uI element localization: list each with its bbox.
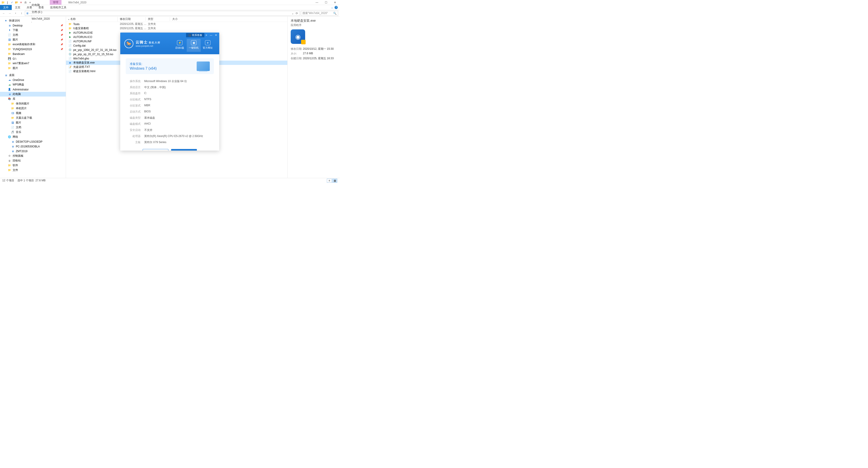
nav-up-button[interactable]: ↑	[19, 11, 24, 16]
sysinfo-row: 磁盘类型基本磁盘	[127, 115, 213, 121]
search-icon[interactable]: 🔍	[333, 12, 337, 15]
sidebar-item-icon: 🖥	[11, 145, 14, 148]
context-tab-manage[interactable]: 管理	[50, 0, 61, 5]
breadcrumb-segment[interactable]: 文档 (E:)	[31, 10, 50, 14]
dialog-tab-icon: e	[205, 40, 211, 45]
sidebar-item[interactable]: 🎞视频	[0, 111, 66, 116]
dialog-tab[interactable]: e官方网址	[201, 39, 215, 52]
sidebar-item[interactable]: 📁excel表格制作求和📌	[0, 42, 66, 47]
sidebar-quick-access[interactable]: ★ 快速访问	[0, 18, 66, 23]
sidebar-item[interactable]: 📁图片	[0, 66, 66, 70]
nav-back-button[interactable]: ←	[1, 11, 6, 16]
sidebar-item-icon: 📁	[8, 168, 11, 172]
print-icon[interactable]: 🖶	[24, 1, 27, 4]
next-button[interactable]: 下一步	[171, 149, 197, 151]
sidebar-item[interactable]: ⚙控制面板	[0, 154, 66, 158]
ribbon-tab[interactable]: 主页	[12, 5, 24, 10]
address-bar[interactable]: 🖥 › 此电脑›文档 (E:)›Win7x64_2020› ⌄ ⟳	[25, 11, 300, 16]
view-icons-button[interactable]: ▦	[332, 179, 337, 183]
sidebar-item[interactable]: 🗑回收站	[0, 158, 66, 163]
sidebar-item[interactable]: 📚库	[0, 97, 66, 101]
nav-forward-button[interactable]: →	[7, 11, 12, 16]
sidebar-item[interactable]: 📁Bandicam	[0, 52, 66, 56]
col-type[interactable]: 类型	[146, 17, 170, 21]
sidebar-item[interactable]: 👤Administrator	[0, 87, 66, 92]
file-icon: 📁	[68, 27, 72, 30]
system-info: 操作系统Microsoft Windows 10 企业版 64 位系统语言中文 …	[126, 78, 214, 145]
sidebar-item[interactable]: 💾G:\	[0, 56, 66, 61]
contact-support-button[interactable]: 🎧 联系客服	[186, 33, 204, 37]
sidebar-item[interactable]: 🖼图片📌	[0, 37, 66, 42]
sidebar-item[interactable]: 🖥ZMT2019	[0, 149, 66, 154]
refresh-icon[interactable]: ⟳	[295, 12, 299, 15]
view-details-button[interactable]: ≡	[327, 179, 332, 183]
sidebar-item[interactable]: ☁WPS网盘	[0, 82, 66, 87]
qat-divider: |	[6, 1, 9, 4]
file-icon: ◉	[68, 61, 72, 65]
minimize-button[interactable]: —	[312, 0, 321, 5]
sidebar-item[interactable]: 🌐网络	[0, 134, 66, 139]
chevron-right-icon[interactable]: ›	[31, 8, 32, 10]
breadcrumb-segment[interactable]: 此电脑	[31, 3, 50, 7]
sidebar-item[interactable]: 📁软件	[0, 163, 66, 168]
sidebar-item-label: 文档	[13, 33, 18, 37]
sidebar-item[interactable]: 🖥DESKTOP-LSSOEDP	[0, 139, 66, 144]
dialog-close-button[interactable]: ✕	[214, 34, 218, 37]
ribbon-tab[interactable]: 应用程序工具	[47, 5, 70, 10]
sidebar-item[interactable]: 📁文件	[0, 168, 66, 173]
file-row[interactable]: 📁U盘安装教程2020/12/25, 星期五 1…文件夹	[66, 26, 287, 31]
dialog-tab[interactable]: ⚡启动U盘	[173, 39, 187, 52]
sidebar-desktop[interactable]: 🖥 桌面	[0, 73, 66, 77]
nav-history-button[interactable]: ▾	[13, 11, 18, 16]
sidebar-item-label: 本机照片	[16, 106, 27, 110]
prepare-os: Windows 7 (x64)	[130, 66, 157, 70]
ribbon-expand-icon[interactable]: ⌄	[331, 6, 333, 9]
col-date[interactable]: 修改日期	[118, 17, 146, 21]
sidebar-item[interactable]: 📁保存的图片	[0, 101, 66, 106]
check-icon[interactable]: ✓	[10, 1, 13, 4]
sysinfo-row: 分区格式NTFS	[127, 97, 213, 103]
ribbon-file-tab[interactable]: 文件	[0, 5, 12, 10]
sidebar-item-icon: 🗑	[8, 159, 11, 162]
sidebar-item-label: 天翼云盘下载	[16, 116, 32, 120]
sidebar-item[interactable]: 📁本机照片	[0, 106, 66, 111]
sidebar-item-label: 软件	[13, 163, 18, 167]
address-dropdown-icon[interactable]: ⌄	[291, 12, 294, 15]
col-size[interactable]: 大小	[170, 17, 184, 21]
file-icon: 📄	[68, 57, 72, 60]
sidebar-item[interactable]: 🖥Desktop📌	[0, 23, 66, 28]
sidebar-item[interactable]: 🎵音乐	[0, 130, 66, 134]
prev-button[interactable]: 上一步	[143, 149, 168, 151]
file-icon: ▶	[68, 35, 72, 39]
sidebar-item[interactable]: 📁win7重装win7	[0, 61, 66, 66]
dialog-minimize-button[interactable]: —	[209, 34, 214, 36]
dialog-tab-icon: ▣	[191, 40, 196, 45]
pin-icon: 📌	[60, 38, 63, 41]
dialog-tab-icon: ⚡	[177, 40, 182, 45]
sidebar-item[interactable]: 📁YUNQISHI2019📌	[0, 47, 66, 52]
pin-icon: 📌	[60, 24, 63, 27]
sidebar-item[interactable]: ⬇下载📌	[0, 28, 66, 33]
file-row[interactable]: 📁Tools2020/12/25, 星期五 1…文件夹	[66, 22, 287, 26]
sidebar-item[interactable]: 📄文档	[0, 125, 66, 130]
sidebar-item[interactable]: 📄文档📌	[0, 33, 66, 37]
sidebar-item[interactable]: 📁天翼云盘下载	[0, 116, 66, 120]
sidebar-item[interactable]: ☁OneDrive	[0, 77, 66, 82]
close-icon[interactable]: ✕	[20, 1, 23, 4]
close-button[interactable]: ✕	[331, 0, 340, 5]
help-icon[interactable]: ?	[335, 6, 338, 9]
maximize-button[interactable]: ☐	[321, 0, 331, 5]
open-icon[interactable]: 📂	[15, 1, 18, 4]
file-name: Win7x64.gho	[73, 57, 120, 60]
dialog-tab[interactable]: ▣一键装机	[187, 39, 201, 52]
titlebar: 📁 | ✓ 📂 ✕ 🖶 ▾ 管理 Win7x64_2020 — ☐ ✕	[0, 0, 340, 5]
meta-value: 27.6 MB	[303, 52, 336, 56]
dialog-menu-button[interactable]: ≡	[204, 34, 209, 36]
sidebar-item-label: WPS网盘	[13, 83, 24, 87]
sidebar-item[interactable]: 🖥此电脑	[0, 92, 66, 97]
sidebar-item[interactable]: 🖼图片	[0, 120, 66, 125]
chevron-right-icon[interactable]: ›	[30, 12, 30, 14]
search-input[interactable]: 搜索"Win7x64_2020" 🔍	[301, 11, 338, 16]
sidebar-item[interactable]: 🖥PC-20190530OBLA	[0, 144, 66, 149]
col-name[interactable]: ▴ 名称	[66, 17, 118, 22]
